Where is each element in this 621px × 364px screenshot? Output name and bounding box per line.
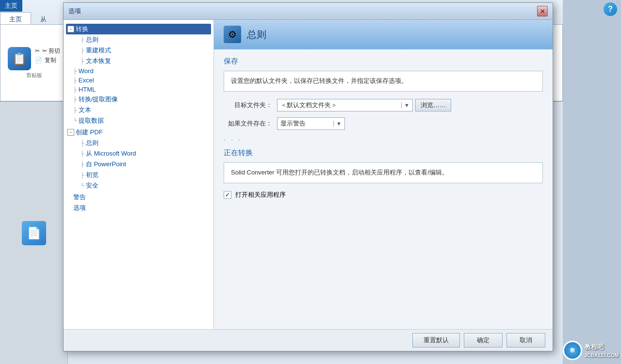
tree-item-pdf-general[interactable]: ├ 总则 [66, 138, 211, 148]
converting-description: Solid Converter 可用您打开的已转换文档，启动相关应用程序，以查看… [224, 162, 543, 183]
file-exists-value: 显示警告 [280, 119, 331, 128]
collapse-icon-create-pdf[interactable]: － [67, 129, 74, 136]
tree-label-convert: 转换 [76, 25, 88, 33]
tree-label-extract-data: 提取数据 [79, 116, 104, 125]
target-folder-select[interactable]: ＜默认文档文件夹＞ ▼ [277, 99, 413, 111]
tree-item-rebuild[interactable]: ├ 重建模式 [66, 45, 211, 56]
content-header: ⚙ 总则 [214, 20, 553, 49]
cancel-button[interactable]: 取消 [507, 333, 545, 348]
copy-button[interactable]: 📄 复制 [35, 56, 60, 64]
cut-copy-group: ✂ ✂ 剪切 📄 复制 [35, 47, 60, 64]
target-folder-controls: ＜默认文档文件夹＞ ▼ 浏览…… [277, 99, 451, 111]
tree-item-text-restore[interactable]: ├ 文本恢复 [66, 56, 211, 66]
target-folder-row: 目标文件夹： ＜默认文档文件夹＞ ▼ 浏览…… [224, 99, 543, 111]
tree-item-excel[interactable]: ├ Excel [66, 76, 211, 85]
tree-item-from-word[interactable]: ├ 从 Microsoft Word [66, 148, 211, 159]
tree-label-security: 安全 [86, 181, 98, 190]
tree-label-text-restore: 文本恢复 [86, 57, 111, 65]
file-exists-select[interactable]: 显示警告 ▼ [277, 117, 345, 130]
save-description: 设置您的默认文件夹，以保存已转换文件，并指定该保存选项。 [224, 71, 543, 92]
dropdown-arrow-icon-2: ▼ [333, 121, 342, 127]
tree-label-html: HTML [79, 86, 96, 93]
side-panel: 📄 [0, 102, 68, 364]
tree-label-word: Word [79, 67, 94, 75]
content-panel: ⚙ 总则 保存 设置您的默认文件夹，以保存已转换文件，并指定该保存选项。 目标文… [214, 20, 553, 329]
dialog-footer: 重置默认 确定 取消 [64, 329, 553, 351]
tree-item-convert[interactable]: － 转换 [66, 24, 211, 34]
tree-item-word[interactable]: ├ Word [66, 66, 211, 76]
content-title: 总则 [247, 28, 266, 41]
tree-panel: － 转换 ├ 总则 ├ 重建模式 ├ 文本恢复 ├ Word [64, 20, 214, 329]
tree-label-create-pdf: 创建 PDF [76, 128, 103, 137]
tree-item-html[interactable]: ├ HTML [66, 85, 211, 94]
reset-default-button[interactable]: 重置默认 [412, 333, 460, 348]
tree-item-security[interactable]: └ 安全 [66, 180, 211, 191]
help-area: ? [563, 0, 621, 364]
tree-label-extract-image: 转换/提取图像 [79, 95, 118, 104]
help-button[interactable]: ? [604, 2, 617, 16]
watermark: 教 教程吧JCBA123.COM [563, 341, 619, 360]
dialog-body: － 转换 ├ 总则 ├ 重建模式 ├ 文本恢复 ├ Word [64, 20, 553, 329]
tree-item-options[interactable]: 选项 [66, 203, 211, 213]
target-folder-value: ＜默认文档文件夹＞ [280, 101, 399, 110]
tree-label-rebuild: 重建模式 [86, 46, 111, 55]
tree-item-from-ppt[interactable]: ├ 自 PowerPoint [66, 159, 211, 170]
tree-label-preview: 初览 [86, 171, 98, 179]
file-exists-label: 如果文件存在： [224, 119, 272, 128]
clipboard-group: 📋 ✂ ✂ 剪切 📄 复制 剪贴板 [8, 27, 68, 98]
gear-icon: ⚙ [228, 29, 237, 40]
open-app-checkbox[interactable]: ✓ [224, 191, 231, 199]
paste-icon: 📋 [12, 52, 27, 65]
browse-button[interactable]: 浏览…… [415, 99, 451, 111]
file-exists-controls: 显示警告 ▼ [277, 117, 345, 130]
cut-button[interactable]: ✂ ✂ 剪切 [35, 47, 60, 55]
header-icon: ⚙ [224, 26, 241, 43]
collapse-icon-convert[interactable]: － [67, 26, 74, 32]
ribbon-title: 主页 [0, 0, 22, 12]
ok-button[interactable]: 确定 [464, 333, 503, 348]
divider: · · · [224, 136, 543, 144]
tree-item-create-pdf[interactable]: － 创建 PDF [66, 127, 211, 138]
tree-label-general: 总则 [86, 35, 98, 44]
copy-icon: 📄 [35, 57, 42, 63]
tree-label-pdf-general: 总则 [86, 139, 98, 147]
dropdown-arrow-icon: ▼ [401, 102, 409, 108]
options-dialog: 选项 ✕ － 转换 ├ 总则 ├ 重建模式 [63, 2, 553, 351]
tree-label-from-word: 从 Microsoft Word [86, 149, 136, 158]
content-body: 保存 设置您的默认文件夹，以保存已转换文件，并指定该保存选项。 目标文件夹： ＜… [214, 49, 553, 206]
tree-item-extract-data[interactable]: └ 提取数据 [66, 115, 211, 126]
side-icon: 📄 [22, 221, 46, 245]
clipboard-label: 剪贴板 [26, 72, 42, 79]
tree-item-preview[interactable]: ├ 初览 [66, 170, 211, 180]
dialog-titlebar: 选项 ✕ [64, 3, 553, 20]
cut-icon: ✂ [35, 47, 40, 54]
tree-item-general[interactable]: ├ 总则 [66, 34, 211, 45]
tree-label-excel: Excel [79, 77, 94, 84]
tree-item-extract-image[interactable]: ├ 转换/提取图像 [66, 94, 211, 105]
open-app-row: ✓ 打开相关应用程序 [224, 190, 543, 199]
section-save-title: 保存 [224, 57, 543, 66]
check-icon: ✓ [225, 191, 230, 198]
open-app-label: 打开相关应用程序 [235, 190, 286, 199]
section-converting-title: 正在转换 [224, 148, 543, 158]
target-folder-label: 目标文件夹： [224, 101, 272, 110]
file-exists-row: 如果文件存在： 显示警告 ▼ [224, 117, 543, 130]
tree-label-options: 选项 [73, 204, 86, 212]
converting-section: 正在转换 Solid Converter 可用您打开的已转换文档，启动相关应用程… [224, 148, 543, 199]
document-icon: 📄 [27, 226, 41, 240]
tree-label-from-ppt: 自 PowerPoint [86, 160, 126, 169]
tree-item-text[interactable]: ├ 文本 [66, 105, 211, 115]
close-button[interactable]: ✕ [537, 6, 548, 16]
tree-label-text: 文本 [79, 106, 91, 114]
paste-button[interactable]: 📋 [8, 47, 31, 70]
tree-item-warning[interactable]: 警告 [66, 192, 211, 203]
watermark-text: 教程吧JCBA123.COM [585, 343, 619, 359]
dialog-title: 选项 [68, 7, 81, 16]
tree-label-warning: 警告 [73, 193, 86, 202]
watermark-logo: 教 [563, 341, 582, 360]
close-icon: ✕ [540, 8, 545, 15]
